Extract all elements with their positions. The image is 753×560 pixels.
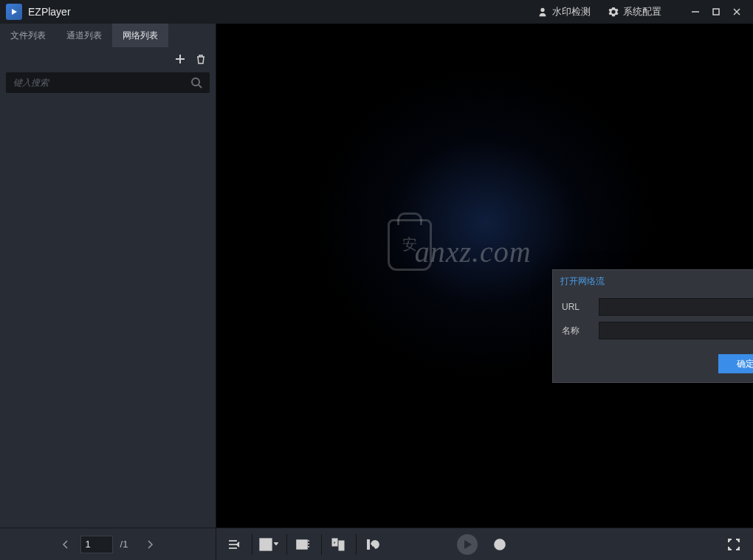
tab-channel-list[interactable]: 通道列表	[56, 24, 112, 47]
svg-line-7	[199, 85, 202, 88]
system-settings-button[interactable]: 系统配置	[599, 0, 670, 24]
collapse-sidebar-icon[interactable]	[222, 533, 246, 556]
svg-rect-21	[339, 541, 344, 550]
pager-prev[interactable]	[57, 536, 75, 553]
bottom-toolbar	[216, 528, 753, 560]
maximize-button[interactable]	[706, 0, 726, 24]
main-panel: 安 anxz.com 打开网络流 ✕ URL 名称	[216, 24, 753, 560]
loop-icon[interactable]	[361, 533, 385, 556]
dialog-title: 打开网络流	[560, 275, 753, 288]
sidebar-content	[0, 99, 216, 528]
dialog-url-input[interactable]	[599, 298, 753, 316]
svg-rect-1	[713, 9, 719, 15]
dialog-body: URL 名称	[553, 292, 753, 348]
pager-total: /1	[120, 539, 128, 550]
pager: /1	[0, 528, 216, 560]
dialog-ok-button[interactable]: 确定	[718, 354, 753, 373]
clock-icon[interactable]	[488, 533, 512, 556]
layout-grid-icon[interactable]	[257, 533, 281, 556]
fullscreen-icon[interactable]	[722, 533, 746, 556]
svg-point-6	[192, 78, 199, 86]
dialog-url-row: URL	[562, 298, 753, 316]
sidebar-tabs: 文件列表 通道列表 网络列表	[0, 24, 216, 47]
dialog-url-label: URL	[562, 302, 599, 312]
watermark-detect-label: 水印检测	[552, 5, 591, 18]
search-row	[0, 71, 216, 99]
picture-in-picture-icon[interactable]	[326, 533, 350, 556]
dialog-name-label: 名称	[562, 325, 599, 337]
pager-next[interactable]	[141, 536, 159, 553]
open-network-stream-dialog: 打开网络流 ✕ URL 名称 确定 取消	[552, 269, 753, 383]
search-input[interactable]	[13, 77, 190, 88]
dialog-name-input[interactable]	[599, 322, 753, 339]
close-button[interactable]	[726, 0, 747, 24]
sidebar: 文件列表 通道列表 网络列表 /1	[0, 24, 216, 560]
watermark-text: anxz.com	[415, 234, 532, 269]
sidebar-toolbar	[0, 47, 216, 71]
dialog-header: 打开网络流 ✕	[553, 270, 753, 292]
pager-input[interactable]	[80, 536, 113, 553]
video-viewer: 安 anxz.com 打开网络流 ✕ URL 名称	[216, 24, 753, 528]
delete-button[interactable]	[193, 52, 208, 66]
add-button[interactable]	[173, 52, 188, 66]
dialog-name-row: 名称	[562, 322, 753, 339]
tab-network-list[interactable]: 网络列表	[112, 24, 168, 47]
dialog-footer: 确定 取消	[553, 348, 753, 382]
search-icon[interactable]	[190, 77, 202, 89]
close-all-icon[interactable]	[292, 533, 315, 556]
playback-controls	[457, 533, 513, 556]
watermark-detect-button[interactable]: 水印检测	[529, 0, 599, 24]
tab-file-list[interactable]: 文件列表	[0, 24, 56, 47]
svg-rect-11	[260, 539, 272, 550]
app-title: EZPlayer	[28, 6, 529, 18]
search-box	[6, 72, 210, 93]
svg-rect-22	[367, 539, 370, 550]
system-settings-label: 系统配置	[623, 5, 661, 18]
app-logo	[6, 4, 22, 20]
window-controls	[685, 0, 747, 24]
minimize-button[interactable]	[685, 0, 706, 24]
play-button[interactable]	[457, 534, 478, 555]
titlebar: EZPlayer 水印检测 系统配置	[0, 0, 753, 24]
